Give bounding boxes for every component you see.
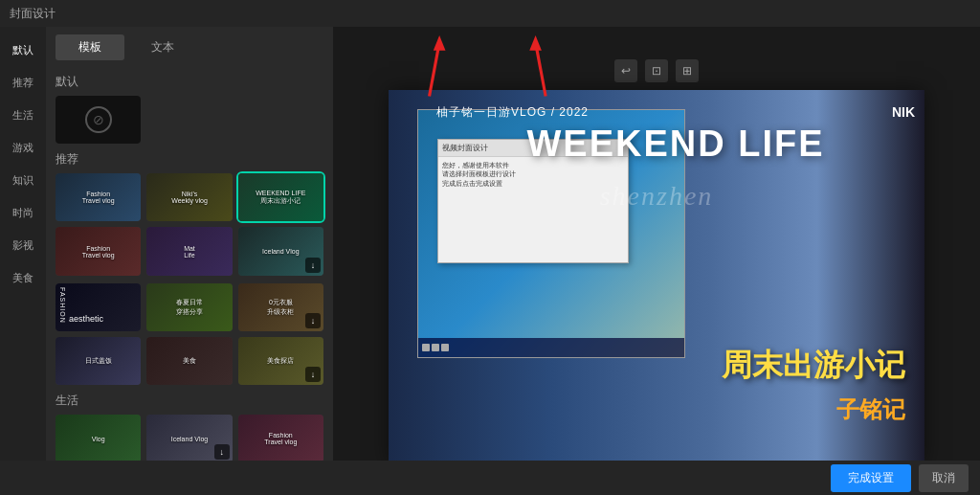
canvas-toolbar: ↩ ⊡ ⊞ <box>614 59 699 82</box>
sidebar-item-knowledge[interactable]: 知识 <box>2 165 44 195</box>
thumb-text-m2: 春夏日常穿搭分享 <box>174 296 205 319</box>
template-item-r6[interactable]: Iceland Vlog ↓ <box>238 227 323 275</box>
crop-button[interactable]: ⊡ <box>645 59 668 82</box>
template-item-m5[interactable]: 美食 <box>146 337 232 385</box>
thumb-text-m5: 美食 <box>181 354 198 368</box>
sidebar: 默认 推荐 生活 游戏 知识 时尚 影视 美食 <box>0 27 46 495</box>
template-item-m6[interactable]: 美食探店 ↓ <box>238 337 323 385</box>
sidebar-item-food[interactable]: 美食 <box>2 262 44 293</box>
thumb-text-r6: Iceland Vlog <box>260 246 301 257</box>
template-panel: 模板 文本 默认 ⊘ 推荐 FashionTravel vlog <box>46 27 333 495</box>
thumb-text-r3: WEEKEND LIFE周末出游小记 <box>254 188 307 208</box>
canvas-nik: NIK <box>892 104 915 120</box>
fashion-text: FASHION <box>59 287 66 324</box>
thumb-text-m6: 美食探店 <box>265 354 296 368</box>
title-bar: 封面设计 <box>0 0 980 27</box>
canvas-weekend: WEEKEND LIFE <box>436 124 915 165</box>
taskbar-icon-2 <box>432 344 439 351</box>
canvas-chinese-sub: 子铭记 <box>836 394 905 425</box>
download-icon-m3[interactable]: ↓ <box>305 313 321 328</box>
tab-bar: 模板 文本 <box>46 27 333 60</box>
desktop-taskbar <box>418 338 684 357</box>
tab-template[interactable]: 模板 <box>56 34 124 60</box>
section-recommend-label: 推荐 <box>56 151 323 168</box>
canvas-wrapper: 视频封面设计 您好，感谢使用本软件 请选择封面模板进行设计 完成后点击完成设置 <box>389 90 924 463</box>
complete-button[interactable]: 完成设置 <box>831 464 911 492</box>
sidebar-item-fashion[interactable]: 时尚 <box>2 197 44 228</box>
thumb-text-l2: Iceland Vlog <box>169 434 211 444</box>
template-item-m2[interactable]: 春夏日常穿搭分享 <box>146 283 232 331</box>
template-item-m4[interactable]: 日式盖饭 <box>56 337 141 385</box>
undo-button[interactable]: ↩ <box>614 59 637 82</box>
sidebar-item-life[interactable]: 生活 <box>2 100 44 130</box>
taskbar-icon-3 <box>441 344 449 351</box>
thumb-text-r2: Niki'sWeekly vlog <box>169 189 210 206</box>
thumb-text-r4: FashionTravel vlog <box>80 243 117 260</box>
sidebar-item-game[interactable]: 游戏 <box>2 132 44 163</box>
canvas-background: 视频封面设计 您好，感谢使用本软件 请选择封面模板进行设计 完成后点击完成设置 <box>389 90 924 463</box>
download-icon-m6[interactable]: ↓ <box>305 367 321 382</box>
filter-button[interactable]: ⊞ <box>676 59 699 82</box>
thumb-text-l1: Vlog <box>90 434 107 444</box>
thumb-text-m3: 0元衣服升级衣柜 <box>265 296 296 319</box>
taskbar-icon-1 <box>422 344 430 351</box>
default-grid: ⊘ <box>56 96 323 144</box>
life-grid: Vlog Iceland Vlog ↓ FashionTravel vlog <box>56 415 323 462</box>
template-item-r5[interactable]: MatLife <box>146 227 232 275</box>
canvas-area: ↩ ⊡ ⊞ 视频封面设计 您好，感谢使用本软件 请选择封面模板进行设计 <box>333 27 980 495</box>
template-item-m3[interactable]: 0元衣服升级衣柜 ↓ <box>238 283 323 331</box>
template-item-r4[interactable]: FashionTravel vlog <box>56 227 141 275</box>
recommend-grid: FashionTravel vlog Niki'sWeekly vlog WEE… <box>56 173 323 276</box>
template-item-r2[interactable]: Niki'sWeekly vlog <box>146 173 232 221</box>
thumb-text-m4: 日式盖饭 <box>83 354 114 368</box>
template-item-r1[interactable]: FashionTravel vlog <box>56 173 141 221</box>
template-item-l2[interactable]: Iceland Vlog ↓ <box>146 415 232 462</box>
thumb-text-r1: FashionTravel vlog <box>80 189 117 206</box>
sidebar-item-default[interactable]: 默认 <box>2 34 44 65</box>
section-life-label: 生活 <box>56 393 323 409</box>
cancel-button[interactable]: 取消 <box>919 464 969 492</box>
sidebar-item-film[interactable]: 影视 <box>2 230 44 260</box>
template-item-l1[interactable]: Vlog <box>56 415 141 462</box>
thumb-text-l3: FashionTravel vlog <box>262 430 299 447</box>
canvas-chinese-main: 周末出游小记 <box>722 345 905 387</box>
sidebar-item-recommend[interactable]: 推荐 <box>2 67 44 98</box>
tab-text[interactable]: 文本 <box>128 34 197 60</box>
canvas-shenzhen: shenzhen <box>600 181 714 212</box>
template-item-r3[interactable]: WEEKEND LIFE周末出游小记 <box>238 173 323 221</box>
aesthetic-text: aesthetic <box>69 314 103 324</box>
download-icon-r6[interactable]: ↓ <box>305 258 321 273</box>
middle-grid: FASHION aesthetic 春夏日常穿搭分享 0元衣服升级衣柜 ↓ <box>56 283 323 386</box>
template-item-m1[interactable]: FASHION aesthetic <box>56 283 141 331</box>
download-icon-l2[interactable]: ↓ <box>214 444 230 460</box>
template-item-l3[interactable]: FashionTravel vlog <box>238 415 323 462</box>
thumb-text-r5: MatLife <box>182 243 197 260</box>
canvas-title-top: 柚子铭一日游VLOG / 2022 <box>436 104 589 121</box>
section-default-label: 默认 <box>56 74 323 90</box>
bottom-bar: 完成设置 取消 <box>0 461 980 495</box>
template-item-default-black[interactable]: ⊘ <box>56 96 141 144</box>
circle-icon: ⊘ <box>85 106 112 133</box>
title-text: 封面设计 <box>10 6 56 22</box>
scroll-area[interactable]: 默认 ⊘ 推荐 FashionTravel vlog <box>46 60 333 495</box>
